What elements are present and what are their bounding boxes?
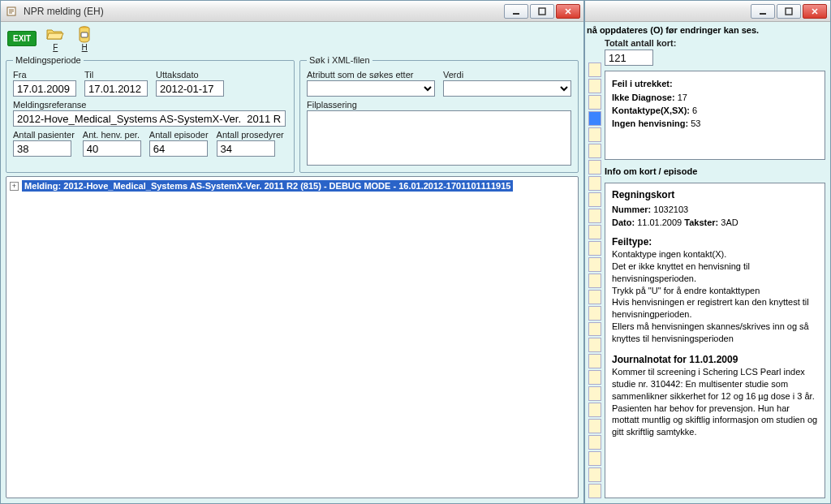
antall-pasienter-label: Antall pasienter xyxy=(13,130,75,140)
close-button[interactable] xyxy=(556,4,580,19)
fra-input[interactable] xyxy=(13,80,76,97)
antall-pasienter-input[interactable] xyxy=(13,140,71,157)
npr-window: NPR melding (EH) EXIT F H xyxy=(0,0,584,504)
tree-pane[interactable]: + Melding: 2012-Hove_Medical_Systems AS-… xyxy=(6,176,579,498)
filplassering-input[interactable] xyxy=(307,110,571,166)
list-item[interactable] xyxy=(588,274,601,288)
titlebar-right xyxy=(585,1,830,22)
record-strip xyxy=(588,38,601,498)
titlebar-left: NPR melding (EH) xyxy=(1,1,583,22)
minimize-button-right[interactable] xyxy=(751,4,775,19)
list-item[interactable] xyxy=(588,95,601,110)
maximize-button[interactable] xyxy=(530,4,554,19)
maximize-button-right[interactable] xyxy=(777,4,801,19)
close-button-right[interactable] xyxy=(803,4,827,19)
list-item[interactable] xyxy=(588,160,601,174)
list-item-selected[interactable] xyxy=(588,111,601,126)
fra-label: Fra xyxy=(13,70,76,80)
svg-rect-1 xyxy=(513,13,519,15)
kontakttype-label: Kontaktype(X,SX): xyxy=(612,106,690,115)
takster-label: Takster: xyxy=(684,218,718,227)
open-file-key: F xyxy=(53,43,58,52)
list-item[interactable] xyxy=(588,62,601,77)
folder-open-icon xyxy=(45,25,66,43)
feil-title: Feil i utrekket: xyxy=(612,78,818,90)
svg-rect-4 xyxy=(81,32,88,37)
toolbar: EXIT F H xyxy=(1,22,583,54)
detail-window: nå oppdateres (O) før endringer kan ses. xyxy=(584,0,831,504)
list-item[interactable] xyxy=(588,419,601,433)
list-item[interactable] xyxy=(588,386,601,401)
journal-text: Kommer til screening i Schering LCS Pear… xyxy=(612,366,818,438)
info-title: Info om kort / episode xyxy=(605,166,825,176)
meldingsperiode-group: Meldingsperiode Fra Til Uttaksdato xyxy=(6,55,295,173)
list-item[interactable] xyxy=(588,467,601,482)
window-title: NPR melding (EH) xyxy=(24,6,104,17)
ref-label: Meldingsreferanse xyxy=(13,100,287,110)
list-item[interactable] xyxy=(588,484,601,498)
svg-rect-2 xyxy=(539,8,545,15)
uttak-input[interactable] xyxy=(156,80,224,97)
ant-henv-per-label: Ant. henv. per. xyxy=(83,130,141,140)
journal-title: Journalnotat for 11.01.2009 xyxy=(612,353,818,366)
update-status: nå oppdateres (O) før endringer kan ses. xyxy=(585,22,830,35)
minimize-button[interactable] xyxy=(504,4,528,19)
attr-select[interactable] xyxy=(307,80,435,97)
feiltype-text: Kontaktype ingen kontakt(X). Det er ikke… xyxy=(612,248,818,345)
list-item[interactable] xyxy=(588,257,601,272)
expand-icon[interactable]: + xyxy=(10,182,19,191)
kontakttype-value: 6 xyxy=(692,106,697,115)
list-item[interactable] xyxy=(588,435,601,450)
list-item[interactable] xyxy=(588,306,601,321)
list-item[interactable] xyxy=(588,338,601,352)
list-item[interactable] xyxy=(588,127,601,142)
antall-episoder-label: Antall episoder xyxy=(149,130,209,140)
til-label: Til xyxy=(84,70,148,80)
ref-input[interactable] xyxy=(13,110,286,127)
svg-rect-6 xyxy=(786,8,792,15)
sok-group: Søk i XML-filen Atributt som de søkes et… xyxy=(299,55,579,173)
tree-node-label: Melding: 2012-Hove_Medical_Systems AS-Sy… xyxy=(22,180,513,192)
takster-value: 3AD xyxy=(721,218,738,227)
regningskort-title: Regningskort xyxy=(612,188,818,201)
open-file-button[interactable]: F xyxy=(45,25,66,52)
meldingsperiode-legend: Meldingsperiode xyxy=(13,55,84,65)
feiltype-title: Feiltype: xyxy=(612,235,818,248)
list-item[interactable] xyxy=(588,322,601,337)
verdi-select[interactable] xyxy=(443,80,571,97)
til-input[interactable] xyxy=(84,80,148,97)
list-item[interactable] xyxy=(588,290,601,304)
feil-box: Feil i utrekket: Ikke Diagnose: 17 Konta… xyxy=(605,71,825,160)
list-item[interactable] xyxy=(588,144,601,158)
filplassering-label: Filplassering xyxy=(307,100,571,110)
svg-rect-5 xyxy=(760,13,766,15)
history-key: H xyxy=(82,43,88,52)
exit-button[interactable]: EXIT xyxy=(7,31,37,46)
totalt-input[interactable] xyxy=(605,50,653,66)
list-item[interactable] xyxy=(588,79,601,93)
history-button[interactable]: H xyxy=(74,25,95,52)
ikke-diagnose-value: 17 xyxy=(678,93,687,102)
totalt-label: Totalt antall kort: xyxy=(605,38,825,48)
list-item[interactable] xyxy=(588,176,601,191)
antall-prosedyrer-label: Antall prosedyrer xyxy=(217,130,284,140)
uttak-label: Uttaksdato xyxy=(156,70,224,80)
dato-value: 11.01.2009 xyxy=(637,218,682,227)
list-item[interactable] xyxy=(588,241,601,256)
antall-prosedyrer-input[interactable] xyxy=(217,140,275,157)
list-item[interactable] xyxy=(588,370,601,385)
jar-icon xyxy=(74,25,95,43)
dato-label: Dato: xyxy=(612,218,635,227)
list-item[interactable] xyxy=(588,225,601,239)
list-item[interactable] xyxy=(588,403,601,417)
ingen-henvisning-label: Ingen henvisning: xyxy=(612,118,688,128)
list-item[interactable] xyxy=(588,192,601,207)
ingen-henvisning-value: 53 xyxy=(691,118,700,128)
antall-episoder-input[interactable] xyxy=(149,140,208,157)
list-item[interactable] xyxy=(588,354,601,368)
list-item[interactable] xyxy=(588,451,601,466)
ant-henv-per-input[interactable] xyxy=(83,140,141,157)
tree-node-root[interactable]: + Melding: 2012-Hove_Medical_Systems AS-… xyxy=(10,180,575,192)
list-item[interactable] xyxy=(588,209,601,223)
info-box: Regningskort Nummer: 1032103 Dato: 11.01… xyxy=(605,183,825,498)
